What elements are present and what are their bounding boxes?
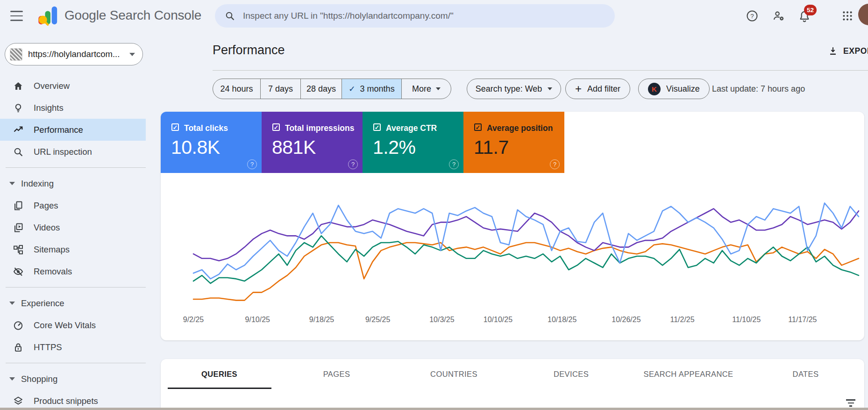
metric-card-total-impressions[interactable]: Total impressions881K — [262, 112, 363, 173]
last-update-text: Last update: 7 hours ago — [712, 79, 805, 99]
tab-label: SEARCH APPEARANCE — [643, 370, 733, 379]
metric-value: 1.2% — [373, 137, 415, 158]
sidebar-item-label: Product snippets — [34, 396, 98, 406]
property-label: https://holylandartcom... — [28, 49, 124, 59]
notification-badge: 52 — [804, 5, 817, 15]
help-icon[interactable]: ? — [744, 8, 760, 24]
property-selector[interactable]: https://holylandartcom... — [5, 43, 143, 65]
notifications-bell-icon[interactable]: 52 — [798, 7, 816, 25]
chevron-down-icon — [129, 53, 135, 56]
visualize-button[interactable]: K Visualize — [638, 79, 710, 99]
export-button[interactable]: EXPORT — [828, 46, 868, 56]
tab-countries[interactable]: COUNTRIES — [395, 359, 512, 389]
sidebar-item-insights[interactable]: Insights — [0, 97, 146, 119]
tab-devices[interactable]: DEVICES — [512, 359, 630, 389]
trending-up-icon — [13, 124, 24, 136]
avatar[interactable] — [858, 4, 868, 25]
sidebar-divider — [6, 363, 146, 363]
checkbox-checked-icon[interactable] — [272, 123, 280, 131]
metric-card-average-position[interactable]: Average position11.7 — [463, 112, 564, 173]
sidebar-item-performance[interactable]: Performance — [0, 119, 146, 141]
checkbox-checked-icon[interactable] — [171, 123, 179, 131]
sidebar-item-https[interactable]: HTTPS — [0, 336, 146, 358]
eye-off-icon — [13, 266, 24, 277]
filter-bar: 24 hours7 days28 days3 monthsMore Search… — [146, 79, 868, 99]
metric-card-average-ctr[interactable]: Average CTR1.2% — [363, 112, 463, 173]
apps-grid-icon[interactable] — [840, 8, 855, 24]
sidebar-item-sitemaps[interactable]: Sitemaps — [0, 238, 146, 260]
tab-dates[interactable]: DATES — [747, 359, 864, 389]
range-7-days[interactable]: 7 days — [260, 79, 300, 99]
sidebar-item-product-snippets[interactable]: Product snippets — [0, 390, 146, 410]
tab-label: PAGES — [323, 370, 350, 379]
help-circle-icon[interactable] — [550, 159, 560, 169]
range-28-days[interactable]: 28 days — [300, 79, 342, 99]
search-type-dropdown[interactable]: Search type: Web — [467, 79, 561, 99]
sidebar-item-core-web-vitals[interactable]: Core Web Vitals — [0, 314, 146, 336]
x-tick-label: 11/17/25 — [788, 316, 817, 324]
metric-value: 881K — [272, 137, 316, 158]
sidebar-section-experience[interactable]: Experience — [0, 292, 146, 314]
range-more[interactable]: More — [401, 79, 451, 99]
sidebar-item-label: Sitemaps — [34, 245, 70, 255]
pages-icon — [13, 200, 24, 211]
chevron-down-icon — [9, 377, 15, 381]
sidebar-section-label: Experience — [21, 298, 64, 309]
sidebar-item-label: Videos — [34, 223, 60, 233]
range-3-months[interactable]: 3 months — [342, 79, 401, 99]
sidebar-item-pages[interactable]: Pages — [0, 194, 146, 216]
metric-card-total-clicks[interactable]: Total clicks10.8K — [161, 112, 262, 173]
sidebar-nav: OverviewInsightsPerformanceURL inspectio… — [0, 75, 146, 410]
metric-cards: Total clicks10.8KTotal impressions881KAv… — [161, 112, 564, 173]
chevron-down-icon — [9, 182, 15, 185]
sidebar-section-label: Shopping — [21, 374, 57, 384]
top-header: Google Search Console ? — [0, 0, 868, 32]
sidebar-item-removals[interactable]: Removals — [0, 260, 146, 282]
tab-pages[interactable]: PAGES — [278, 359, 395, 389]
checkbox-checked-icon[interactable] — [474, 123, 482, 131]
search-icon — [224, 10, 235, 22]
horizontal-scrollbar[interactable] — [0, 408, 868, 410]
chevron-down-icon — [9, 302, 15, 305]
help-circle-icon[interactable] — [449, 159, 459, 169]
tab-queries[interactable]: QUERIES — [161, 359, 278, 389]
menu-icon[interactable] — [10, 11, 23, 21]
add-filter-label: Add filter — [587, 84, 620, 94]
range-label: 7 days — [268, 84, 293, 94]
range-label: 3 months — [360, 84, 395, 94]
sidebar-item-overview[interactable]: Overview — [0, 75, 146, 97]
url-inspect-input[interactable] — [242, 10, 605, 22]
filter-list-icon[interactable] — [846, 399, 856, 407]
range-label: 24 hours — [220, 84, 253, 94]
x-tick-label: 10/10/25 — [484, 316, 512, 324]
checkbox-checked-icon[interactable] — [373, 123, 381, 131]
range-24-hours[interactable]: 24 hours — [213, 79, 260, 99]
tab-search-appearance[interactable]: SEARCH APPEARANCE — [630, 359, 747, 389]
metric-label: Average position — [487, 123, 553, 133]
active-tab-underline — [168, 388, 271, 389]
x-tick-label: 10/26/25 — [612, 316, 640, 324]
tab-label: QUERIES — [201, 370, 237, 379]
sidebar-item-label: Core Web Vitals — [34, 320, 96, 331]
main-content: Performance EXPORT 24 hours7 days28 days… — [146, 32, 868, 410]
metric-label: Total impressions — [285, 123, 354, 133]
url-inspect-searchbar[interactable] — [215, 4, 615, 28]
help-circle-icon[interactable] — [348, 159, 358, 169]
sidebar-item-url-inspection[interactable]: URL inspection — [0, 141, 146, 163]
manage-users-icon[interactable] — [771, 8, 787, 24]
add-filter-button[interactable]: Add filter — [565, 79, 630, 99]
sidebar-item-videos[interactable]: Videos — [0, 216, 146, 238]
sidebar: https://holylandartcom... OverviewInsigh… — [0, 32, 146, 410]
range-label: More — [412, 84, 431, 94]
tab-label: DATES — [793, 370, 819, 379]
help-circle-icon[interactable] — [247, 159, 257, 169]
dimension-tabs: QUERIESPAGESCOUNTRIESDEVICESSEARCH APPEA… — [161, 359, 864, 389]
home-icon — [13, 80, 24, 92]
lock-icon — [13, 342, 24, 353]
performance-panel: Total clicks10.8KTotal impressions881KAv… — [161, 112, 864, 340]
sidebar-section-indexing[interactable]: Indexing — [0, 173, 146, 194]
performance-chart[interactable] — [187, 185, 865, 321]
metric-value: 10.8K — [171, 137, 220, 158]
sidebar-section-shopping[interactable]: Shopping — [0, 368, 146, 390]
property-favicon — [10, 48, 22, 61]
